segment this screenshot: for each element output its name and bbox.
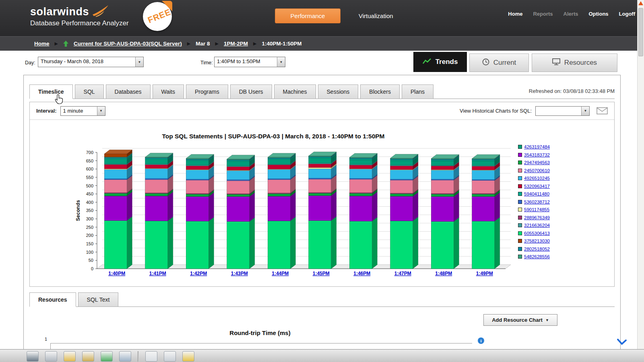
- x-axis-time-link[interactable]: 1:44PM: [272, 271, 289, 276]
- virtualization-link[interactable]: Virtualization: [359, 12, 393, 19]
- bottom-tab-resources[interactable]: Resources: [29, 292, 76, 307]
- x-axis-time-link[interactable]: 1:46PM: [353, 271, 370, 276]
- interval-select[interactable]: 1 minute ▼: [60, 106, 105, 116]
- x-axis-time-link[interactable]: 1:47PM: [394, 271, 411, 276]
- taskbar-app-icon[interactable]: [27, 351, 39, 362]
- bar-segment[interactable]: [145, 165, 168, 168]
- bar-segment[interactable]: [145, 158, 168, 159]
- taskbar-app-icon[interactable]: [101, 351, 113, 362]
- tab-blockers[interactable]: Blockers: [360, 84, 400, 99]
- bar-segment[interactable]: [145, 179, 168, 193]
- bar-segment[interactable]: [390, 221, 413, 269]
- bar-segment[interactable]: [349, 169, 372, 179]
- bar-segment[interactable]: [268, 169, 290, 179]
- tab-db-users[interactable]: DB Users: [230, 84, 272, 99]
- nav-home[interactable]: Home: [508, 11, 522, 17]
- bar-segment[interactable]: [472, 160, 495, 160]
- add-resource-chart-button[interactable]: Add Resource Chart ▼: [483, 314, 557, 326]
- trends-view-button[interactable]: Trends: [413, 52, 467, 72]
- scroll-down-chevron-icon[interactable]: [617, 338, 627, 348]
- bar-segment[interactable]: [145, 196, 168, 221]
- bar-segment[interactable]: [390, 166, 413, 169]
- legend-item[interactable]: 4926510245: [518, 175, 550, 181]
- legend-item[interactable]: 6055306413: [518, 230, 550, 237]
- legend-sql-link[interactable]: 3543183732: [524, 152, 550, 157]
- bar-segment[interactable]: [309, 158, 331, 163]
- bar-segment[interactable]: [268, 179, 290, 179]
- bar-segment[interactable]: [309, 220, 331, 269]
- vertical-scrollbar[interactable]: [637, 0, 644, 349]
- bar-segment[interactable]: [309, 157, 331, 158]
- bar-segment[interactable]: [309, 169, 331, 178]
- bar-segment[interactable]: [390, 158, 413, 159]
- x-axis-time-link[interactable]: 1:43PM: [231, 271, 248, 276]
- legend-sql-link[interactable]: 5320963417: [524, 184, 550, 189]
- bar-segment[interactable]: [104, 154, 127, 157]
- nav-options[interactable]: Options: [588, 11, 608, 17]
- bar-segment[interactable]: [431, 179, 454, 180]
- bar-segment[interactable]: [309, 193, 331, 195]
- performance-button[interactable]: Performance: [275, 8, 341, 23]
- x-axis-time-link[interactable]: 1:42PM: [190, 271, 207, 276]
- legend-item[interactable]: 3758213030: [518, 238, 550, 244]
- tab-sql[interactable]: SQL: [75, 84, 104, 99]
- tab-databases[interactable]: Databases: [106, 84, 151, 99]
- nav-reports[interactable]: Reports: [533, 11, 553, 17]
- x-axis-time-link[interactable]: 1:40PM: [108, 271, 125, 276]
- tab-plans[interactable]: Plans: [402, 84, 433, 99]
- bar-segment[interactable]: [349, 160, 372, 165]
- legend-item[interactable]: 3543183732: [518, 152, 550, 158]
- bar-segment[interactable]: [431, 166, 454, 170]
- bar-segment[interactable]: [472, 161, 495, 166]
- bar-segment[interactable]: [390, 194, 413, 196]
- bar-segment[interactable]: [104, 165, 127, 169]
- taskbar-app-icon[interactable]: [164, 351, 176, 362]
- bar-segment[interactable]: [472, 179, 495, 180]
- legend-sql-link[interactable]: 3216636204: [524, 223, 550, 228]
- bar-segment[interactable]: [349, 159, 372, 160]
- bar-segment[interactable]: [145, 157, 168, 158]
- legend-item[interactable]: 5901174855: [518, 207, 550, 213]
- bar-segment[interactable]: [227, 159, 250, 160]
- bar-segment[interactable]: [390, 160, 413, 165]
- bar-segment[interactable]: [186, 179, 208, 180]
- legend-sql-link[interactable]: 4926510245: [524, 176, 550, 181]
- bar-segment[interactable]: [309, 164, 331, 167]
- bar-segment[interactable]: [227, 222, 250, 269]
- legend-item[interactable]: 2947494563: [518, 160, 550, 166]
- bar-segment[interactable]: [145, 193, 168, 196]
- bar-segment[interactable]: [349, 165, 372, 169]
- bar-segment[interactable]: [186, 221, 208, 269]
- bottom-tab-sql-text[interactable]: SQL Text: [78, 292, 119, 307]
- resources-view-button[interactable]: Resources: [532, 53, 617, 72]
- bar-segment[interactable]: [431, 158, 454, 159]
- legend-item[interactable]: 5940411480: [518, 191, 550, 197]
- bar-segment[interactable]: [104, 180, 127, 193]
- bar-segment[interactable]: [145, 221, 168, 269]
- bar-segment[interactable]: [472, 221, 495, 269]
- tab-sessions[interactable]: Sessions: [318, 84, 359, 99]
- bar-segment[interactable]: [268, 157, 290, 158]
- taskbar-app-icon[interactable]: [82, 351, 94, 362]
- bar-segment[interactable]: [186, 180, 208, 193]
- bar-segment[interactable]: [349, 179, 372, 193]
- bar-segment[interactable]: [472, 197, 495, 221]
- legend-item[interactable]: 2889676349: [518, 215, 550, 221]
- legend-sql-link[interactable]: 5940411480: [524, 191, 549, 196]
- bar-segment[interactable]: [268, 193, 290, 196]
- bar-segment[interactable]: [104, 179, 127, 179]
- bar-segment[interactable]: [431, 180, 454, 193]
- tab-programs[interactable]: Programs: [186, 84, 228, 99]
- bar-segment[interactable]: [472, 166, 495, 170]
- bar-segment[interactable]: [390, 170, 413, 179]
- legend-sql-link[interactable]: 5360238712: [524, 200, 550, 204]
- legend-item[interactable]: 5360238712: [518, 199, 550, 205]
- bar-segment[interactable]: [104, 158, 127, 159]
- scrollbar-thumb[interactable]: [638, 8, 643, 56]
- bar-segment[interactable]: [390, 160, 413, 160]
- bar-segment[interactable]: [472, 158, 495, 159]
- legend-sql-link[interactable]: 2450700610: [524, 168, 550, 173]
- taskbar-app-icon[interactable]: [64, 351, 76, 362]
- bar-segment[interactable]: [186, 158, 208, 159]
- nav-logoff[interactable]: Logoff: [619, 11, 635, 17]
